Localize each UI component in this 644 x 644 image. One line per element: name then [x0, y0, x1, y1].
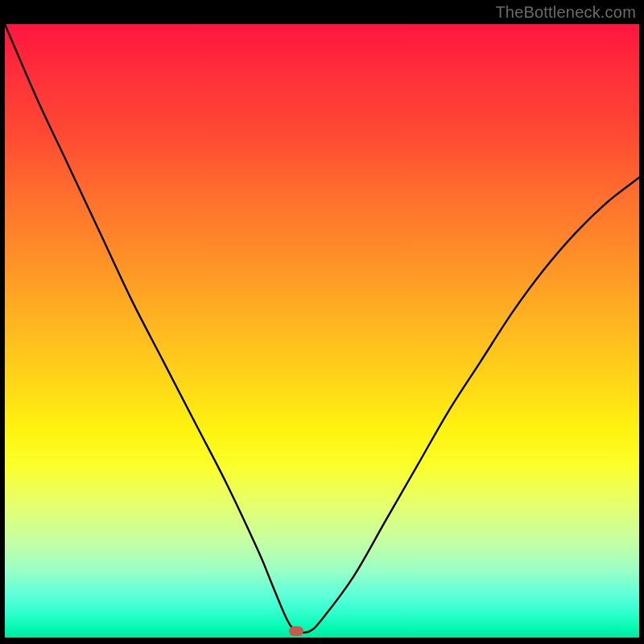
watermark-text: TheBottleneck.com	[495, 3, 636, 22]
bottleneck-curve	[5, 24, 639, 638]
minimum-marker	[289, 626, 303, 636]
plot-area	[5, 24, 639, 638]
